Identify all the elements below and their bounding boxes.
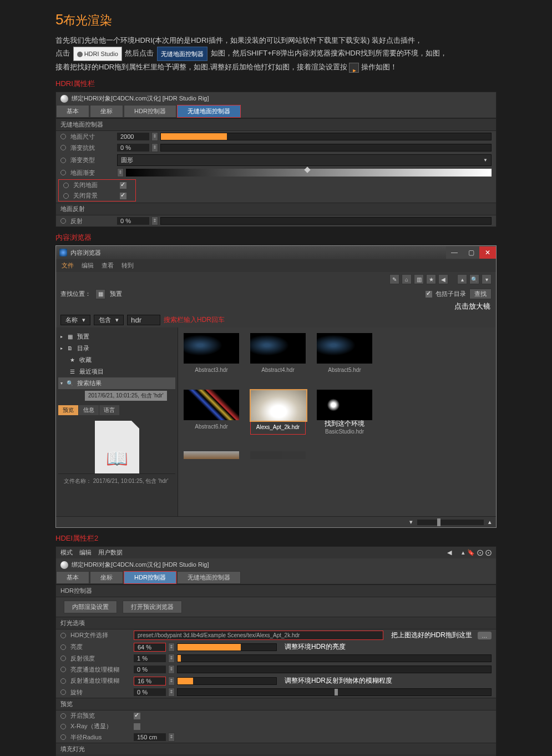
- step-title: 布光渲染: [63, 13, 112, 27]
- gradient-editor[interactable]: [126, 169, 492, 177]
- hdr-controller-panel: 模式 编辑 用户数据 ◀ ▴ 🔖 ⨀ ⨀ 绑定HDRI对象[C4DCN.com汉…: [55, 546, 497, 756]
- search-icon[interactable]: 🔍: [469, 274, 479, 284]
- spinner[interactable]: ‡: [151, 132, 158, 141]
- edit-icon[interactable]: ✎: [389, 274, 399, 284]
- tree-result-item[interactable]: 2017/6/21, 10:01:25, 包含 'hdr': [85, 391, 167, 401]
- menu-goto[interactable]: 转到: [121, 261, 134, 270]
- lbl-search-loc: 查找位置：: [60, 290, 91, 298]
- hdr-path-field[interactable]: preset://bodypaint 3d.lib4d/Example Scen…: [134, 631, 383, 640]
- zoom-slider[interactable]: [417, 520, 484, 525]
- preview-placeholder-icon: [95, 421, 139, 473]
- btn-open-preset-browser[interactable]: 打开预设浏览器: [123, 601, 182, 613]
- val-grad-noise[interactable]: 0 %: [117, 144, 149, 152]
- group-hdr-ctrl: HDR控制器: [56, 584, 496, 597]
- browse-button[interactable]: ...: [478, 632, 492, 639]
- thumb-abstract5[interactable]: Abstract5.hdr: [317, 333, 372, 373]
- back-icon[interactable]: ◀: [438, 274, 448, 284]
- nav-back-icon[interactable]: ◀: [447, 549, 452, 556]
- thumb-abstract4[interactable]: Abstract4.hdr: [250, 333, 306, 373]
- lbl-grad-type: 渐变类型: [70, 156, 115, 164]
- tab-ground-ctrl[interactable]: 无缝地面控制器: [177, 105, 241, 118]
- tree-tab-info[interactable]: 信息: [79, 405, 99, 415]
- lbl-bright-blur: 亮度通道纹理模糊: [70, 666, 131, 674]
- thumb-basic-studio[interactable]: 找到这个环境BasicStudio.hdr: [317, 390, 372, 435]
- tree-recent[interactable]: ☰最近项目: [58, 366, 175, 377]
- bookmark-icon[interactable]: ★: [426, 274, 436, 284]
- chk-include-sub[interactable]: [426, 291, 432, 298]
- chk-enable-preview[interactable]: [134, 713, 140, 719]
- book-icon[interactable]: ▥: [414, 274, 424, 284]
- hint-found-env: 找到这个环境: [317, 419, 372, 429]
- chk-close-bg[interactable]: [120, 193, 126, 199]
- tree-tab-preview[interactable]: 预览: [58, 405, 78, 415]
- lock-icon[interactable]: ⨀: [477, 549, 483, 556]
- ground-controller-button[interactable]: 无缝地面控制器: [157, 47, 207, 61]
- tree-preset[interactable]: ▸▦预置: [58, 331, 175, 342]
- tab-hdr-ctrl[interactable]: HDR控制器: [124, 105, 176, 118]
- group-preview: 预览: [56, 698, 496, 710]
- render-settings-icon[interactable]: [349, 63, 359, 73]
- val-reflection[interactable]: 0 %: [117, 217, 149, 225]
- lbl-grad-noise: 渐变抗扰: [70, 144, 115, 152]
- menu-view[interactable]: 查看: [102, 261, 114, 270]
- hdri-studio-button[interactable]: HDRI Studio: [73, 47, 122, 61]
- thumb-abstract6[interactable]: Abstract6.hdr: [184, 390, 239, 435]
- val-radius[interactable]: 150 cm: [134, 733, 166, 741]
- val-refl-blur[interactable]: 16 %: [134, 677, 166, 686]
- menu-edit[interactable]: 编辑: [82, 261, 94, 270]
- gear-icon[interactable]: ⨀: [485, 549, 492, 556]
- tree-search-results[interactable]: ▾🔍搜索结果: [58, 377, 175, 389]
- val-brightness[interactable]: 64 %: [134, 643, 166, 652]
- lbl-enable-preview: 开启预览: [70, 712, 131, 720]
- home-icon[interactable]: ⌂: [402, 274, 412, 284]
- zoom-out-icon[interactable]: ▾: [409, 518, 413, 526]
- lbl-reflection: 反射: [70, 217, 115, 225]
- tab3-coord[interactable]: 坐标: [90, 571, 123, 584]
- window-title: 内容浏览器: [70, 249, 101, 257]
- lbl-ground-size: 地面尺寸: [70, 133, 115, 141]
- thumb-abstract3[interactable]: Abstract3.hdr: [184, 333, 239, 373]
- menu-userdata[interactable]: 用户数据: [98, 548, 123, 557]
- hint-search: 搜索栏输入HDR回车: [164, 315, 225, 325]
- chk-xray[interactable]: [134, 723, 140, 730]
- val-bright-blur[interactable]: 0 %: [134, 666, 166, 673]
- tab-coord[interactable]: 坐标: [90, 105, 123, 118]
- chk-close-ground[interactable]: [120, 182, 126, 189]
- tab-basic[interactable]: 基本: [56, 105, 89, 118]
- tab3-hdr-ctrl[interactable]: HDR控制器: [124, 571, 176, 584]
- val-ground-size[interactable]: 2000: [117, 133, 149, 140]
- slider-ground-size[interactable]: [160, 133, 492, 140]
- search-button[interactable]: 查找: [469, 289, 492, 299]
- panel-title: 绑定HDRI对象[C4DCN.com汉化] [HDR Studio Rig]: [72, 94, 209, 103]
- nav-up2-icon[interactable]: ▴: [462, 549, 465, 556]
- menu-icon[interactable]: ▾: [482, 274, 492, 284]
- nav-up-icon[interactable]: ▴: [457, 274, 467, 284]
- zoom-in-icon[interactable]: ▴: [488, 518, 492, 526]
- filter-field[interactable]: 名称▾: [60, 315, 90, 325]
- val-rotation[interactable]: 0 %: [134, 688, 166, 696]
- thumb-alexs-apt[interactable]: Alexs_Apt_2k.hdr: [250, 390, 306, 435]
- filter-op[interactable]: 包含▾: [94, 315, 124, 325]
- lbl-radius: 半径Radius: [70, 733, 131, 742]
- combo-grad-type[interactable]: 圆形▼: [117, 154, 492, 166]
- preset-icon[interactable]: ▦: [95, 289, 105, 299]
- search-input[interactable]: [127, 315, 160, 325]
- content-browser-window: 内容浏览器 — ▢ ✕ 文件 编辑 查看 转到 ✎ ⌂ ▥ ★ ◀ ▴ 🔍 ▾ …: [55, 245, 497, 528]
- group-fill-light: 填充灯光: [56, 743, 496, 755]
- tree-catalog[interactable]: ▸🗎目录: [58, 342, 175, 354]
- val-refl-strength[interactable]: 1 %: [134, 654, 166, 662]
- menu-edit2[interactable]: 编辑: [79, 548, 92, 557]
- menu-file[interactable]: 文件: [62, 261, 74, 270]
- param-icon: [60, 134, 66, 139]
- tree-tab-lang[interactable]: 语言: [99, 405, 119, 415]
- app-icon: [59, 249, 67, 256]
- tree-favorites[interactable]: ★收藏: [58, 354, 175, 366]
- minimize-button[interactable]: —: [446, 246, 463, 259]
- menu-mode[interactable]: 模式: [60, 548, 73, 557]
- tab3-basic[interactable]: 基本: [56, 571, 89, 584]
- btn-render-settings[interactable]: 内部渲染设置: [64, 601, 117, 613]
- tag-icon[interactable]: 🔖: [467, 549, 475, 556]
- maximize-button[interactable]: ▢: [463, 246, 479, 259]
- close-button[interactable]: ✕: [479, 246, 496, 259]
- tab3-ground-ctrl[interactable]: 无缝地面控制器: [177, 571, 241, 584]
